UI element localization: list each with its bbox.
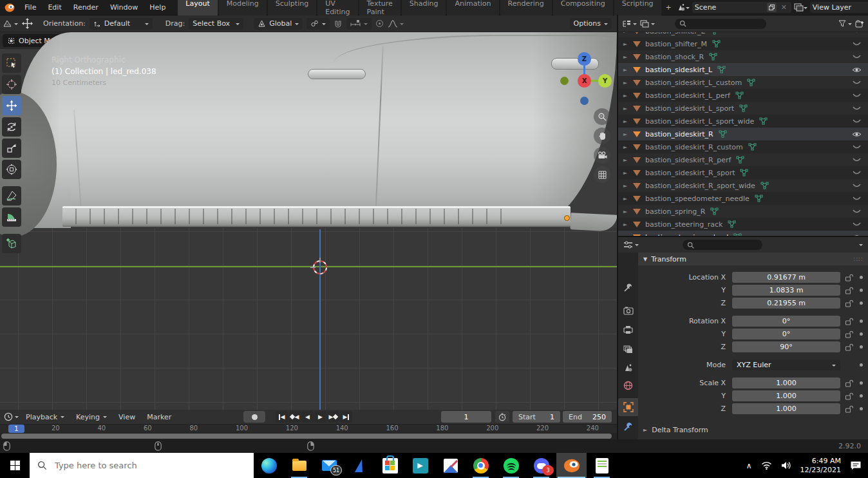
animate-dot[interactable] — [857, 301, 865, 305]
proportional-editing-icon[interactable] — [375, 19, 384, 28]
frame-start-field[interactable]: Start 1 — [513, 411, 560, 423]
animate-dot[interactable] — [857, 289, 865, 292]
outliner-row[interactable]: ► bastion_sideskirt_L_sport — [618, 102, 868, 115]
tab-scene[interactable] — [618, 358, 638, 376]
properties-search-field[interactable] — [683, 240, 762, 250]
collapsed-panel-header[interactable]: ► Delta Transform ∷∷ — [638, 423, 868, 436]
outliner-row[interactable]: ► bastion_shifter_M — [618, 37, 868, 50]
tool-cursor[interactable] — [2, 75, 21, 94]
value-field[interactable]: 0° — [732, 329, 840, 339]
outliner-row[interactable]: ► bastion_sideskirt_L — [618, 63, 868, 76]
use-preview-range-button[interactable] — [495, 411, 509, 423]
app-discord[interactable]: 3 — [526, 453, 556, 478]
app-notepad[interactable] — [587, 453, 617, 478]
value-field[interactable]: 1.000 — [732, 403, 840, 414]
tool-add-cube[interactable] — [2, 234, 21, 253]
play-reverse-button[interactable]: ◀ — [301, 411, 314, 423]
expand-arrow-icon[interactable]: ► — [623, 196, 633, 202]
wifi-icon[interactable] — [761, 461, 772, 470]
topbar-menu-item[interactable]: Help — [144, 2, 171, 13]
object-name[interactable]: bastion_sideskirt_R_sport_wide — [645, 182, 755, 190]
expand-arrow-icon[interactable]: ► — [623, 32, 633, 34]
active-tool-move-icon[interactable] — [22, 18, 33, 29]
viewport-3d[interactable]: Object Mode ViewSelectAddObject — [0, 32, 617, 410]
options-dropdown[interactable]: Options — [570, 18, 612, 30]
animate-dot[interactable] — [857, 381, 865, 385]
tool-rotate[interactable] — [2, 117, 21, 137]
tool-move[interactable] — [2, 96, 21, 115]
outliner-row[interactable]: ► bastion_sideskirt_L_perf — [618, 89, 868, 102]
outliner-row[interactable]: ► bastion_speedometer_needle — [618, 192, 868, 205]
app-file-explorer[interactable] — [284, 453, 314, 478]
object-name[interactable]: bastion_shifter_M — [645, 40, 707, 48]
gizmo-axis-neg-z[interactable] — [580, 97, 589, 105]
expand-arrow-icon[interactable]: ► — [623, 183, 633, 189]
lock-icon[interactable] — [840, 330, 857, 338]
gizmo-axis-x[interactable]: X — [578, 74, 591, 88]
topbar-menu-item[interactable]: Window — [104, 2, 144, 13]
lock-icon[interactable] — [840, 318, 857, 325]
scene-icon[interactable] — [676, 3, 690, 12]
expand-arrow-icon[interactable]: ► — [623, 131, 633, 137]
tab-object[interactable] — [618, 398, 638, 416]
value-field[interactable]: 90° — [732, 341, 840, 352]
object-name[interactable]: bastion_steering_rack — [645, 220, 722, 229]
visibility-toggle[interactable] — [852, 41, 862, 47]
expand-arrow-icon[interactable]: ► — [623, 67, 633, 73]
notification-center-icon[interactable] — [850, 461, 862, 471]
lock-icon[interactable] — [840, 379, 857, 387]
tool-annotate[interactable] — [2, 186, 21, 206]
outliner-row[interactable]: ► bastion_steering_rack — [618, 218, 868, 231]
object-name[interactable]: bastion_shifter_L — [645, 32, 705, 35]
taskbar-clock[interactable]: 6:49 AM 12/23/2021 — [800, 457, 841, 475]
orientation-dropdown[interactable]: Default — [90, 18, 153, 30]
expand-arrow-icon[interactable]: ► — [623, 209, 633, 215]
ortho-toggle-button[interactable] — [594, 166, 610, 183]
topbar-menu-item[interactable]: Edit — [42, 2, 67, 13]
transform-panel-header[interactable]: ▼ Transform ∷∷ — [638, 253, 868, 265]
object-name[interactable]: bastion_sideskirt_L — [645, 66, 712, 74]
outliner-row[interactable]: ► bastion_sideskirt_R_sport_wide — [618, 179, 868, 192]
timeline-editor-type-button[interactable] — [3, 412, 19, 421]
view-layer-icon[interactable] — [794, 3, 807, 12]
jump-to-start-button[interactable]: ◀ — [276, 411, 288, 423]
app-spotify[interactable] — [496, 453, 526, 478]
visibility-toggle[interactable] — [852, 196, 862, 202]
outliner-row[interactable]: ► bastion_sideskirt_R_custom — [618, 140, 868, 153]
expand-arrow-icon[interactable]: ► — [623, 80, 633, 86]
zoom-button[interactable] — [594, 108, 610, 125]
visibility-toggle[interactable] — [852, 183, 862, 189]
tab-view-layer[interactable] — [618, 340, 638, 358]
lock-icon[interactable] — [840, 274, 857, 282]
animate-dot[interactable] — [857, 345, 865, 349]
app-edge[interactable] — [254, 453, 284, 478]
view-layer-selector[interactable]: View Layer ✕ — [810, 2, 868, 13]
timeline-menu-item[interactable]: View — [113, 410, 141, 423]
volume-icon[interactable] — [781, 461, 791, 470]
tool-measure[interactable] — [2, 207, 21, 227]
drag-dropdown[interactable]: Select Box — [189, 18, 243, 30]
value-field[interactable]: 0.91677 m — [732, 272, 840, 283]
expand-arrow-icon[interactable]: ► — [623, 144, 633, 150]
value-field[interactable]: 0° — [732, 316, 840, 327]
outliner-row[interactable]: ► bastion_sideskirt_R_sport — [618, 166, 868, 179]
snap-magnet-icon[interactable] — [334, 19, 343, 28]
visibility-toggle[interactable] — [852, 170, 862, 176]
rotation-mode-dropdown[interactable]: XYZ Euler — [732, 359, 840, 370]
add-workspace-button[interactable]: + — [661, 1, 676, 14]
app-photos[interactable] — [435, 453, 466, 478]
expand-arrow-icon[interactable]: ► — [623, 54, 633, 60]
taskbar-search[interactable] — [30, 453, 254, 478]
proportional-falloff-dropdown[interactable] — [388, 20, 404, 28]
object-name[interactable]: bastion_sideskirt_R_custom — [645, 143, 743, 151]
tab-output[interactable] — [618, 321, 638, 339]
visibility-toggle[interactable] — [852, 157, 862, 163]
expand-arrow-icon[interactable]: ► — [623, 41, 633, 47]
blender-logo-icon[interactable] — [5, 3, 15, 12]
timeline-menu-item[interactable]: Marker — [141, 410, 177, 423]
visibility-toggle[interactable] — [852, 131, 862, 138]
outliner-display-mode-dropdown[interactable] — [622, 20, 637, 28]
expand-arrow-icon[interactable]: ► — [623, 157, 633, 163]
app-mail[interactable]: 51 — [314, 453, 344, 478]
expand-arrow-icon[interactable]: ► — [623, 170, 633, 176]
